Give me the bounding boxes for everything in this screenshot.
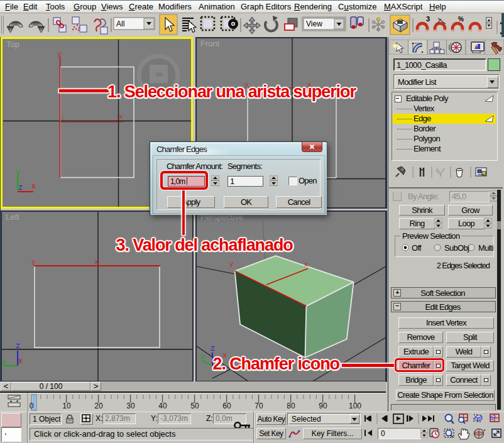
svg-text:x: x xyxy=(119,113,123,121)
svg-text:All: All xyxy=(116,19,124,28)
svg-text:y: y xyxy=(16,168,20,177)
svg-text:x: x xyxy=(304,261,309,268)
svg-text:z: z xyxy=(16,342,20,351)
svg-text:z: z xyxy=(211,344,215,353)
svg-text:x: x xyxy=(18,357,23,366)
svg-text:y: y xyxy=(229,260,234,268)
svg-text:%: % xyxy=(458,16,464,23)
svg-text:3: 3 xyxy=(426,15,430,23)
svg-text:z: z xyxy=(61,114,65,122)
svg-text:x: x xyxy=(94,258,99,266)
svg-text:y: y xyxy=(200,353,205,361)
svg-text:View: View xyxy=(306,19,322,28)
svg-text:y: y xyxy=(2,358,6,366)
svg-text:z: z xyxy=(18,183,23,192)
svg-text:x: x xyxy=(31,182,36,191)
svg-text:y: y xyxy=(57,50,62,58)
svg-text:y: y xyxy=(31,258,36,266)
